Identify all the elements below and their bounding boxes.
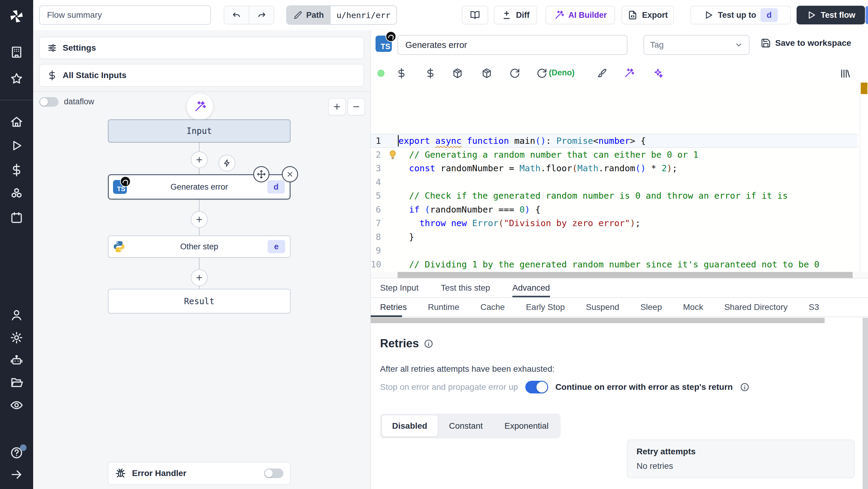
move-step-button[interactable] <box>253 166 270 182</box>
flow-panel-divider <box>33 91 370 92</box>
sidebar-calendar-icon[interactable] <box>10 211 23 224</box>
zoom-out-button[interactable] <box>347 98 365 116</box>
dataflow-toggle[interactable] <box>39 97 59 107</box>
save-icon <box>761 38 771 48</box>
subtabs-h-scrollbar[interactable] <box>371 318 868 323</box>
zoom-in-button[interactable] <box>328 98 346 116</box>
editor-h-scrollbar[interactable] <box>371 272 868 278</box>
trigger-button[interactable] <box>218 155 236 172</box>
graph-ai-button[interactable] <box>187 93 213 120</box>
subtab-cache[interactable]: Cache <box>480 302 505 312</box>
save-to-workspace-button[interactable]: Save to workspace <box>761 38 851 48</box>
edge-panel-handle[interactable] <box>866 6 868 24</box>
continue-on-error-toggle[interactable] <box>525 381 548 393</box>
export-button[interactable]: Export <box>621 6 674 24</box>
code-line-2: // Generating a random number that can e… <box>398 148 698 161</box>
ai-builder-button[interactable]: AI Builder <box>546 6 615 24</box>
subtab-early-stop[interactable]: Early Stop <box>526 302 565 312</box>
stop-on-error-label: Stop on error and propagate error up <box>380 382 518 392</box>
subtab-sleep[interactable]: Sleep <box>641 302 662 312</box>
add-step-button[interactable] <box>191 151 208 168</box>
windmill-logo[interactable] <box>9 8 24 24</box>
code-line-10: // Dividing 1 by the generated random nu… <box>398 257 819 271</box>
tag-select[interactable]: Tag <box>644 35 749 55</box>
tab-step-input[interactable]: Step Input <box>380 279 418 297</box>
sidebar-gear-icon[interactable] <box>10 331 23 344</box>
add-step-button[interactable] <box>191 269 208 286</box>
error-handler-toggle[interactable] <box>264 468 283 478</box>
code-line-5: // Check if the generated random number … <box>398 189 788 203</box>
subtab-retries[interactable]: Retries <box>380 302 407 312</box>
redo-button[interactable] <box>249 6 274 24</box>
sidebar-arrow-right-icon[interactable] <box>10 468 23 481</box>
retries-heading: Retries <box>380 337 433 350</box>
path-button[interactable]: Path u/henri/err <box>286 5 397 25</box>
sidebar-home-icon[interactable] <box>10 115 23 128</box>
scrollbar-thumb[interactable] <box>371 318 825 323</box>
tab-test-this-step[interactable]: Test this step <box>441 279 490 297</box>
sidebar-eye-icon[interactable] <box>10 399 23 412</box>
sidebar-robot-icon[interactable] <box>10 354 23 367</box>
test-up-to-button[interactable]: Test up to d <box>690 6 791 24</box>
info-icon[interactable] <box>424 339 433 348</box>
sidebar-dollar-icon[interactable] <box>10 163 23 177</box>
sidebar-play-icon[interactable] <box>10 139 23 152</box>
sidebar-user-icon[interactable] <box>10 308 23 322</box>
retry-strategy-constant[interactable]: Constant <box>439 416 493 436</box>
line-number: 1 <box>371 134 381 148</box>
sidebar-building-icon[interactable] <box>10 45 23 59</box>
brush-icon[interactable] <box>596 68 607 79</box>
dataflow-label: dataflow <box>64 97 94 106</box>
dollar-icon[interactable] <box>396 68 407 79</box>
sidebar-cubes-icon[interactable] <box>10 187 23 201</box>
retry-strategy-exponential[interactable]: Exponential <box>494 416 559 436</box>
subtab-runtime[interactable]: Runtime <box>428 302 459 312</box>
sidebar-star-icon[interactable] <box>10 72 23 85</box>
all-static-inputs-card[interactable]: All Static Inputs <box>39 64 364 87</box>
code-editor[interactable]: 12345678910111213 export async function … <box>371 82 868 272</box>
flow-settings-card[interactable]: Settings <box>39 37 364 59</box>
ai-builder-label: AI Builder <box>568 10 607 20</box>
info-icon[interactable] <box>740 382 749 392</box>
scrollbar-thumb[interactable] <box>398 272 852 278</box>
chevron-down-icon <box>735 41 743 49</box>
library-icon[interactable] <box>840 68 850 79</box>
flow-summary-input[interactable] <box>39 5 211 25</box>
retry-strategy-disabled[interactable]: Disabled <box>382 416 438 436</box>
subtab-shared-directory[interactable]: Shared Directory <box>724 302 787 312</box>
sidebar-folder-icon[interactable] <box>10 376 23 389</box>
undo-button[interactable] <box>224 6 249 24</box>
status-dot <box>377 70 384 77</box>
node-other-step[interactable]: Other step e <box>108 236 290 258</box>
add-step-button[interactable] <box>191 211 208 228</box>
package-icon[interactable] <box>481 68 492 79</box>
test-flow-button[interactable]: Test flow <box>797 6 865 24</box>
python-icon <box>113 240 125 253</box>
subtab-mock[interactable]: Mock <box>683 302 703 312</box>
retries-description: After all retries attempts have been exh… <box>380 364 555 374</box>
toggle-knob <box>265 469 273 477</box>
content-v-scrollbar[interactable] <box>863 318 868 489</box>
lightbulb-icon[interactable] <box>388 150 398 160</box>
refresh-icon[interactable] <box>509 68 520 79</box>
refresh-icon[interactable] <box>536 68 547 79</box>
error-handler-card[interactable]: Error Handler <box>108 462 290 485</box>
subtab-suspend[interactable]: Suspend <box>586 302 619 312</box>
package-icon[interactable] <box>452 68 463 79</box>
line-number: 10 <box>371 257 381 271</box>
sliders-icon <box>47 43 57 53</box>
node-input[interactable]: Input <box>108 119 290 143</box>
tab-advanced[interactable]: Advanced <box>513 279 550 297</box>
zap-icon <box>223 159 231 167</box>
wand-icon[interactable] <box>624 68 634 79</box>
docs-button[interactable] <box>462 6 488 24</box>
node-result[interactable]: Result <box>108 289 290 313</box>
scrollbar-thumb[interactable] <box>863 318 868 489</box>
subtab-s3[interactable]: S3 <box>809 302 819 312</box>
step-name-input[interactable] <box>398 35 627 55</box>
delete-step-button[interactable] <box>282 166 298 182</box>
line-number: 4 <box>371 175 381 189</box>
sparkles-icon[interactable] <box>652 68 663 79</box>
dollar-icon[interactable] <box>425 68 436 79</box>
diff-button[interactable]: Diff <box>494 6 537 24</box>
